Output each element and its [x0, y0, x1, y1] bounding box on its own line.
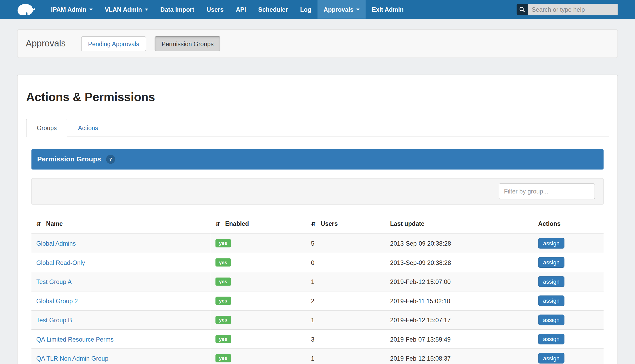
- enabled-badge: yes: [215, 335, 231, 343]
- nav-item-data-import[interactable]: Data Import: [154, 0, 200, 19]
- group-name-link[interactable]: QA Limited Resource Perms: [36, 336, 114, 343]
- nav-item-label: Exit Admin: [372, 6, 404, 13]
- users-count: 5: [306, 234, 385, 253]
- col-header-actions: Actions: [533, 214, 603, 234]
- nav-item-approvals[interactable]: Approvals: [318, 0, 366, 19]
- mammoth-logo-icon: [16, 2, 37, 17]
- tab-actions[interactable]: Actions: [67, 119, 109, 137]
- col-header-last-update: Last update: [385, 214, 533, 234]
- users-count: 3: [306, 330, 385, 349]
- col-header-enabled[interactable]: Enabled: [225, 220, 249, 227]
- nav-menu: IPAM AdminVLAN AdminData ImportUsersAPIS…: [45, 0, 410, 19]
- sort-icon[interactable]: ⇵: [36, 221, 41, 227]
- assign-button[interactable]: assign: [538, 334, 565, 344]
- permission-groups-header: Permission Groups 7: [31, 149, 603, 169]
- group-name-link[interactable]: Global Admins: [36, 240, 76, 247]
- assign-button[interactable]: assign: [538, 295, 565, 306]
- table-row: Global Group 2 yes 2 2019-Feb-11 15:02:1…: [31, 291, 603, 310]
- table-row: Test Group B yes 1 2019-Feb-12 15:07:17 …: [31, 310, 603, 329]
- assign-button[interactable]: assign: [538, 315, 565, 325]
- assign-button[interactable]: assign: [538, 276, 565, 287]
- nav-item-label: Log: [300, 6, 311, 13]
- app-viewport: IPAM AdminVLAN AdminData ImportUsersAPIS…: [0, 0, 635, 364]
- group-name-link[interactable]: Global Group 2: [36, 297, 78, 304]
- tab-groups[interactable]: Groups: [26, 119, 67, 137]
- nav-item-api[interactable]: API: [230, 0, 252, 19]
- sort-icon[interactable]: ⇵: [215, 221, 220, 227]
- enabled-badge: yes: [215, 354, 231, 362]
- group-count-badge: 7: [106, 155, 115, 164]
- users-count: 1: [306, 310, 385, 329]
- users-count: 0: [306, 253, 385, 272]
- col-header-name[interactable]: Name: [46, 220, 63, 227]
- filter-toolbar: [31, 178, 603, 205]
- last-update: 2013-Sep-09 20:38:28: [385, 234, 533, 253]
- caret-down-icon: [356, 8, 360, 10]
- tab-bar: Groups Actions: [26, 119, 609, 137]
- last-update: 2019-Feb-12 15:08:37: [385, 349, 533, 364]
- enabled-badge: yes: [215, 277, 231, 286]
- assign-button[interactable]: assign: [538, 238, 565, 249]
- group-name-link[interactable]: Test Group A: [36, 278, 72, 285]
- caret-down-icon: [145, 8, 148, 10]
- phpipam-logo: [0, 0, 45, 19]
- table-row: Global Admins yes 5 2013-Sep-09 20:38:28…: [31, 234, 603, 253]
- enabled-badge: yes: [215, 316, 231, 324]
- sort-icon[interactable]: ⇵: [311, 221, 316, 227]
- nav-item-label: Users: [207, 6, 224, 13]
- table-row: QA TLR Non Admin Group yes 1 2019-Feb-12…: [31, 349, 603, 364]
- filter-input[interactable]: [499, 183, 595, 199]
- top-navbar: IPAM AdminVLAN AdminData ImportUsersAPIS…: [0, 0, 635, 19]
- users-count: 2: [306, 291, 385, 310]
- caret-down-icon: [89, 8, 93, 10]
- last-update: 2019-Feb-12 15:07:00: [385, 272, 533, 291]
- search-input[interactable]: [528, 3, 618, 15]
- last-update: 2019-Feb-12 15:07:17: [385, 310, 533, 329]
- nav-item-label: Data Import: [160, 6, 194, 13]
- last-update: 2019-Feb-07 13:59:49: [385, 330, 533, 349]
- nav-search: [517, 0, 635, 19]
- assign-button[interactable]: assign: [538, 353, 565, 364]
- col-header-users[interactable]: Users: [321, 220, 338, 227]
- users-count: 1: [306, 349, 385, 364]
- nav-item-ipam-admin[interactable]: IPAM Admin: [45, 0, 99, 19]
- nav-item-label: Scheduler: [258, 6, 288, 13]
- nav-item-label: VLAN Admin: [105, 6, 142, 13]
- approvals-title: Approvals: [26, 38, 66, 49]
- nav-item-vlan-admin[interactable]: VLAN Admin: [99, 0, 154, 19]
- group-name-link[interactable]: Test Group B: [36, 317, 72, 324]
- table-row: Global Read-Only yes 0 2013-Sep-09 20:38…: [31, 253, 603, 272]
- permission-groups-table: ⇵ Name ⇵ Enabled ⇵ Users Last update Act…: [31, 214, 603, 364]
- group-name-link[interactable]: Global Read-Only: [36, 259, 85, 266]
- nav-item-label: IPAM Admin: [51, 6, 86, 13]
- nav-item-exit-admin[interactable]: Exit Admin: [366, 0, 410, 19]
- main-card: Actions & Permissions Groups Actions Per…: [17, 75, 618, 364]
- last-update: 2019-Feb-11 15:02:10: [385, 291, 533, 310]
- approvals-header-panel: Approvals Pending Approvals Permission G…: [17, 29, 618, 58]
- nav-item-users[interactable]: Users: [201, 0, 230, 19]
- search-icon[interactable]: [517, 4, 528, 15]
- panel-title: Permission Groups: [37, 155, 101, 163]
- page-title: Actions & Permissions: [26, 90, 609, 104]
- enabled-badge: yes: [215, 297, 231, 305]
- table-row: Test Group A yes 1 2019-Feb-12 15:07:00 …: [31, 272, 603, 291]
- table-row: QA Limited Resource Perms yes 3 2019-Feb…: [31, 330, 603, 349]
- enabled-badge: yes: [215, 239, 231, 247]
- permission-groups-button[interactable]: Permission Groups: [155, 36, 220, 51]
- enabled-badge: yes: [215, 258, 231, 266]
- nav-item-scheduler[interactable]: Scheduler: [252, 0, 294, 19]
- nav-item-label: Approvals: [324, 6, 354, 13]
- groups-table-body: Global Admins yes 5 2013-Sep-09 20:38:28…: [31, 234, 603, 364]
- table-header-row: ⇵ Name ⇵ Enabled ⇵ Users Last update Act…: [31, 214, 603, 234]
- pending-approvals-button[interactable]: Pending Approvals: [81, 36, 146, 51]
- nav-item-label: API: [236, 6, 246, 13]
- last-update: 2013-Sep-09 20:38:28: [385, 253, 533, 272]
- nav-item-log[interactable]: Log: [294, 0, 318, 19]
- group-name-link[interactable]: QA TLR Non Admin Group: [36, 355, 108, 362]
- assign-button[interactable]: assign: [538, 257, 565, 268]
- users-count: 1: [306, 272, 385, 291]
- groups-panel: Permission Groups 7 ⇵ Name ⇵ Enabled: [31, 149, 603, 364]
